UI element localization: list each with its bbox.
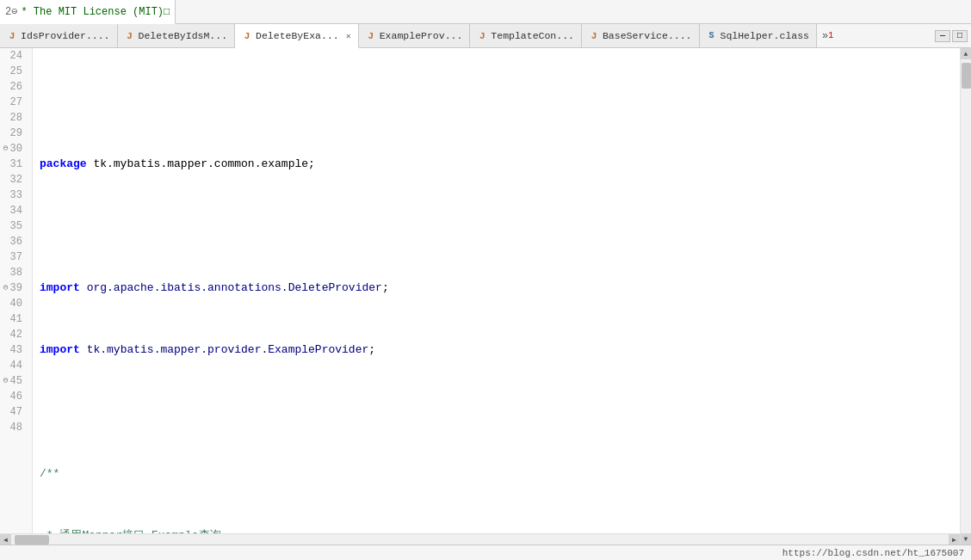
editor-area: 24 25 26 27 28 29 30 31 32 33 34 35 36 3… (0, 48, 971, 545)
java-icon: J (125, 31, 135, 41)
minimize-button[interactable]: — (935, 30, 950, 42)
tab-label: DeleteByExa... (256, 30, 339, 41)
tab-close-icon[interactable]: ✕ (346, 31, 351, 41)
horizontal-scrollbar[interactable]: ◀ ▶ (0, 533, 960, 545)
sql-icon: S (707, 31, 717, 41)
java-icon: J (242, 31, 252, 41)
code-line-30: /** (40, 466, 960, 482)
java-icon: J (589, 31, 599, 41)
code-line-27: import org.apache.ibatis.annotations.Del… (40, 280, 960, 296)
tab-bar-main: J IdsProvider.... J DeleteByIdsM... J De… (0, 24, 971, 48)
tab-label: DeleteByIdsM... (139, 30, 228, 41)
tab-ids-provider[interactable]: J IdsProvider.... (0, 24, 118, 47)
status-bar: https://blog.csdn.net/ht_1675007 (0, 545, 971, 560)
code-scroll: 24 25 26 27 28 29 30 31 32 33 34 35 36 3… (0, 48, 960, 533)
tab-label: BaseService.... (603, 30, 692, 41)
java-icon: J (477, 31, 487, 41)
line-numbers: 24 25 26 27 28 29 30 31 32 33 34 35 36 3… (0, 48, 33, 533)
scroll-down-button[interactable]: ▼ (961, 533, 972, 545)
tab-label: TemplateCon... (491, 30, 574, 41)
tab-bar: 2⊖ * The MIT License (MIT)□ (0, 0, 971, 24)
code-container: 24 25 26 27 28 29 30 31 32 33 34 35 36 3… (0, 48, 960, 545)
status-url: https://blog.csdn.net/ht_1675007 (782, 548, 964, 558)
java-icon: J (366, 31, 376, 41)
maximize-button[interactable]: □ (952, 30, 968, 42)
scroll-horizontal-thumb[interactable] (15, 535, 49, 545)
code-line-29 (40, 404, 960, 420)
tab-example-prov[interactable]: J ExampleProv... (359, 24, 471, 47)
code-line-24 (40, 95, 960, 110)
tab-first-line: 2⊖ * The MIT License (MIT)□ (0, 0, 176, 24)
code-line-28: import tk.mybatis.mapper.provider.Exampl… (40, 342, 960, 358)
code-lines[interactable]: package tk.mybatis.mapper.common.example… (33, 48, 960, 533)
tab-label: SqlHelper.class (721, 30, 810, 41)
scroll-vertical-thumb[interactable] (962, 63, 971, 89)
tab-delete-by-ids[interactable]: J DeleteByIdsM... (118, 24, 236, 47)
tab-template-con[interactable]: J TemplateCon... (470, 24, 582, 47)
java-icon: J (7, 31, 17, 41)
tab-delete-by-example[interactable]: J DeleteByExa... ✕ (235, 24, 359, 48)
scroll-left-button[interactable]: ◀ (0, 534, 11, 545)
tab-label: IdsProvider.... (21, 30, 110, 41)
tab-sql-helper[interactable]: S SqlHelper.class (700, 24, 818, 47)
vertical-scrollbar[interactable]: ▲ ▼ (960, 48, 971, 545)
scroll-up-button[interactable]: ▲ (961, 48, 972, 59)
tab-overflow[interactable]: » 1 (817, 24, 838, 47)
scroll-right-button[interactable]: ▶ (949, 534, 960, 545)
tab-base-service[interactable]: J BaseService.... (582, 24, 700, 47)
tab-label: ExampleProv... (380, 30, 463, 41)
code-line-25: package tk.mybatis.mapper.common.example… (40, 157, 960, 172)
code-line-26 (40, 218, 960, 234)
